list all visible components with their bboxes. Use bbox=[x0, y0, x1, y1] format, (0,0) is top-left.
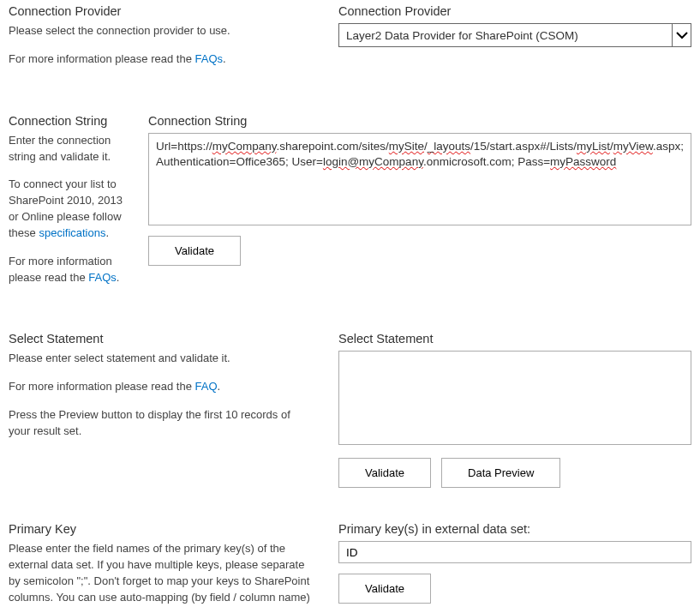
label-primary-key: Primary key(s) in external data set: bbox=[338, 522, 691, 536]
right-col-select-statement: Select Statement Validate Data Preview bbox=[338, 332, 691, 488]
validate-button-select-statement[interactable]: Validate bbox=[338, 458, 431, 488]
heading-connection-string: Connection String bbox=[9, 114, 123, 128]
section-select-statement: Select Statement Please enter select sta… bbox=[9, 332, 691, 488]
specifications-link[interactable]: specifications bbox=[39, 226, 105, 239]
heading-primary-key: Primary Key bbox=[9, 522, 313, 536]
desc-connection-string: Enter the connection string and validate… bbox=[9, 133, 123, 165]
chevron-down-icon[interactable] bbox=[672, 24, 691, 46]
desc-primary-key: Please enter the field names of the prim… bbox=[9, 541, 313, 607]
heading-connection-provider: Connection Provider bbox=[9, 4, 313, 18]
right-col-connection-provider: Connection Provider Layer2 Data Provider… bbox=[338, 4, 691, 80]
faq-suffix-ss: . bbox=[218, 380, 221, 393]
faq-suffix-cs: . bbox=[117, 271, 120, 284]
validate-button-connection-string[interactable]: Validate bbox=[148, 236, 241, 266]
right-col-primary-key: Primary key(s) in external data set: Val… bbox=[338, 522, 691, 607]
label-connection-string: Connection String bbox=[148, 114, 691, 128]
faq-prefix-ss: For more information please read the bbox=[9, 380, 195, 393]
desc-connection-string-faq: For more information please read the FAQ… bbox=[9, 254, 123, 286]
faq-link-select-statement[interactable]: FAQ bbox=[195, 380, 218, 393]
desc-select-statement-preview: Press the Preview button to display the … bbox=[9, 407, 313, 440]
left-col-connection-string: Connection String Enter the connection s… bbox=[9, 114, 148, 298]
input-primary-key[interactable] bbox=[338, 541, 691, 563]
left-col-primary-key: Primary Key Please enter the field names… bbox=[9, 522, 338, 607]
section-primary-key: Primary Key Please enter the field names… bbox=[9, 522, 691, 607]
faq-link-connection-string[interactable]: FAQs bbox=[88, 271, 117, 284]
section-connection-provider: Connection Provider Please select the co… bbox=[9, 4, 691, 80]
specs-suffix: . bbox=[105, 226, 109, 239]
left-col-connection-provider: Connection Provider Please select the co… bbox=[9, 4, 338, 80]
validate-button-primary-key[interactable]: Validate bbox=[338, 574, 431, 604]
desc-connection-provider-faq: For more information please read the FAQ… bbox=[9, 51, 313, 68]
textarea-connection-string[interactable]: Url=https://myCompany.sharepoint.com/sit… bbox=[148, 133, 691, 225]
faq-prefix: For more information please read the bbox=[9, 52, 195, 65]
dropdown-value: Layer2 Data Provider for SharePoint (CSO… bbox=[339, 29, 672, 42]
dropdown-connection-provider[interactable]: Layer2 Data Provider for SharePoint (CSO… bbox=[338, 23, 691, 47]
desc-connection-string-specs: To connect your list to SharePoint 2010,… bbox=[9, 177, 123, 241]
section-connection-string: Connection String Enter the connection s… bbox=[9, 114, 691, 298]
button-row-select-statement: Validate Data Preview bbox=[338, 448, 691, 488]
label-select-statement: Select Statement bbox=[338, 332, 691, 346]
faq-link-connection-provider[interactable]: FAQs bbox=[195, 52, 224, 65]
desc-select-statement-faq: For more information please read the FAQ… bbox=[9, 379, 313, 395]
faq-suffix: . bbox=[223, 52, 226, 65]
left-col-select-statement: Select Statement Please enter select sta… bbox=[9, 332, 338, 488]
desc-select-statement: Please enter select statement and valida… bbox=[9, 351, 313, 367]
right-col-connection-string: Connection String Url=https://myCompany.… bbox=[148, 114, 691, 298]
desc-connection-provider: Please select the connection provider to… bbox=[9, 23, 313, 39]
heading-select-statement: Select Statement bbox=[9, 332, 313, 346]
textarea-select-statement[interactable] bbox=[338, 351, 691, 445]
label-connection-provider: Connection Provider bbox=[338, 4, 691, 18]
data-preview-button[interactable]: Data Preview bbox=[441, 458, 560, 488]
